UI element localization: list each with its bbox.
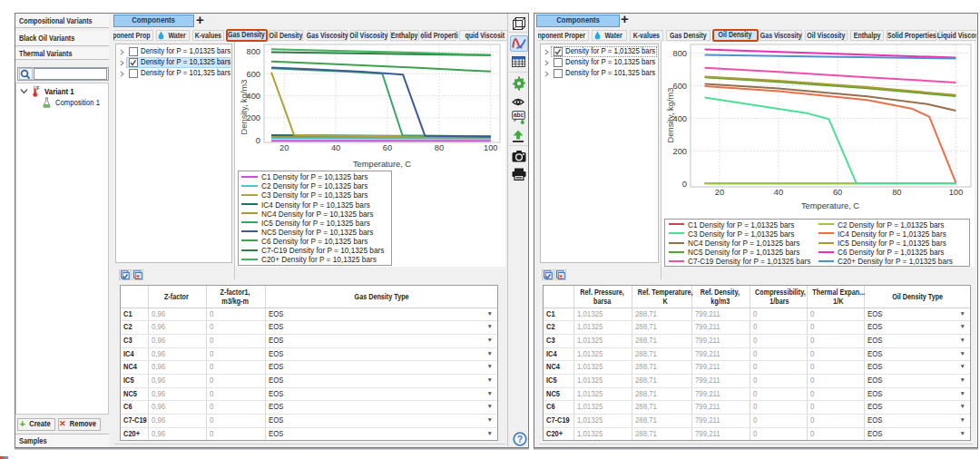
svg-text:800: 800 xyxy=(672,49,687,58)
svg-text:Density, kg/m3: Density, kg/m3 xyxy=(240,80,249,135)
svg-text:400: 400 xyxy=(672,114,687,123)
svg-text:200: 200 xyxy=(672,147,687,156)
svg-text:abc: abc xyxy=(513,112,524,118)
svg-text:0: 0 xyxy=(682,180,687,189)
svg-text:400: 400 xyxy=(246,92,260,101)
svg-text:20: 20 xyxy=(279,143,289,152)
svg-text:60: 60 xyxy=(833,188,842,197)
svg-text:Temperature, C: Temperature, C xyxy=(353,160,411,169)
svg-text:20: 20 xyxy=(715,188,724,197)
svg-text:800: 800 xyxy=(246,47,260,56)
svg-text:100: 100 xyxy=(949,188,964,197)
svg-text:600: 600 xyxy=(246,70,260,79)
svg-text:80: 80 xyxy=(892,188,901,197)
svg-text:Temperature, C: Temperature, C xyxy=(801,201,859,210)
svg-text:40: 40 xyxy=(774,188,783,197)
svg-text:?: ? xyxy=(516,434,522,444)
svg-text:40: 40 xyxy=(331,143,340,152)
svg-text:100: 100 xyxy=(484,143,498,152)
svg-text:600: 600 xyxy=(672,82,687,91)
svg-text:60: 60 xyxy=(383,143,392,152)
svg-text:F: F xyxy=(37,86,40,91)
svg-text:200: 200 xyxy=(246,113,260,122)
svg-text:0: 0 xyxy=(256,136,260,145)
svg-text:80: 80 xyxy=(435,143,444,152)
